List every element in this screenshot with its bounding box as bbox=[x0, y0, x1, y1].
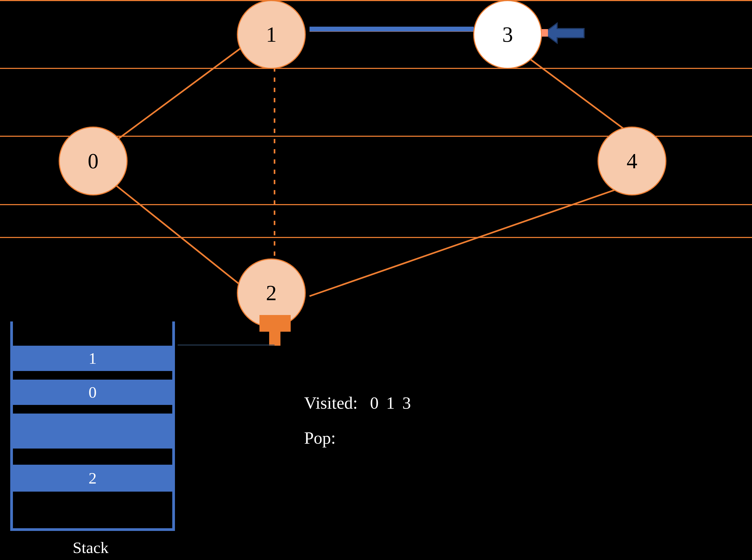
visited-order: 0 1 3 bbox=[370, 393, 413, 413]
stack-row: 0 bbox=[13, 380, 172, 405]
node-label: 1 bbox=[266, 24, 277, 45]
stack-row-value: 0 bbox=[88, 383, 97, 402]
stack-row: 2 bbox=[13, 465, 172, 492]
stack-row bbox=[13, 414, 172, 448]
stack-connector bbox=[178, 345, 275, 345]
node-label: 0 bbox=[88, 150, 99, 172]
edge-3-4 bbox=[530, 59, 635, 137]
node-label: 2 bbox=[266, 282, 277, 304]
pop-label: Pop: bbox=[304, 428, 344, 448]
graph-node-0: 0 bbox=[59, 126, 127, 196]
stack-separator bbox=[13, 448, 172, 465]
graph-node-1: 1 bbox=[237, 0, 306, 69]
stack-row-value: 1 bbox=[88, 349, 97, 368]
stack-row: 1 bbox=[13, 346, 172, 371]
graph-node-3: 3 bbox=[473, 0, 542, 69]
diagram-stage: 0 1 2 3 4 1 0 2 Stack Visited: 0 1 3 Pop… bbox=[0, 0, 752, 560]
graph-node-4: 4 bbox=[597, 126, 666, 196]
pointer-arrow-icon bbox=[544, 21, 587, 45]
stack-row-value: 2 bbox=[88, 469, 97, 487]
node-2-stub bbox=[260, 315, 291, 332]
node-3-nub bbox=[542, 29, 548, 37]
edge-2-4 bbox=[309, 188, 619, 296]
pop-label-text: Pop: bbox=[304, 428, 336, 447]
node-label: 4 bbox=[627, 150, 637, 172]
stack-container: 1 0 2 bbox=[10, 321, 175, 531]
visited-label-text: Visited: bbox=[304, 393, 358, 413]
visited-label: Visited: 0 1 3 bbox=[304, 393, 413, 413]
edge-0-2 bbox=[113, 183, 248, 291]
node-label: 3 bbox=[502, 24, 513, 45]
stack-label: Stack bbox=[73, 538, 108, 557]
edge-0-1 bbox=[113, 43, 248, 143]
node-2-stub-tail bbox=[269, 332, 281, 346]
stack-separator bbox=[13, 371, 172, 380]
svg-marker-0 bbox=[544, 23, 584, 43]
stack-separator bbox=[13, 405, 172, 414]
